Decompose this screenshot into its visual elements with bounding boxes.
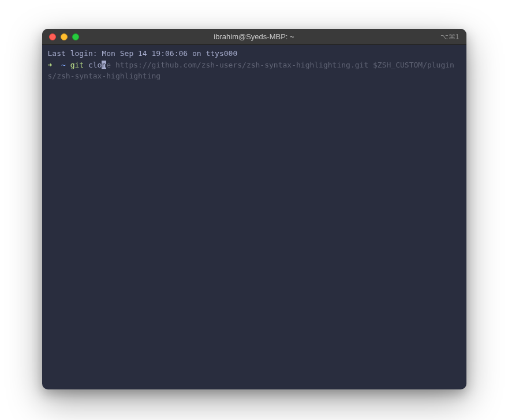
minimize-icon[interactable]	[61, 33, 68, 40]
window-title: ibrahim@Syeds-MBP: ~	[214, 32, 294, 41]
git-command: git	[70, 61, 84, 69]
tab-indicator: ⌥⌘1	[440, 33, 460, 41]
autosuggest-text: e https://github.com/zsh-users/zsh-synta…	[48, 61, 454, 81]
close-icon[interactable]	[49, 33, 56, 40]
title-bar[interactable]: ibrahim@Syeds-MBP: ~ ⌥⌘1	[42, 29, 466, 45]
terminal-window: ibrahim@Syeds-MBP: ~ ⌥⌘1 Last login: Mon…	[42, 29, 466, 389]
terminal-body[interactable]: Last login: Mon Sep 14 19:06:06 on ttys0…	[42, 45, 466, 389]
prompt-arrow-icon: ➜	[48, 61, 57, 69]
traffic-lights	[49, 33, 79, 40]
typed-text: clo	[84, 61, 102, 69]
prompt-line[interactable]: ➜ ~ git clone https://github.com/zsh-use…	[48, 59, 461, 82]
last-login-text: Last login: Mon Sep 14 19:06:06 on ttys0…	[48, 48, 461, 59]
maximize-icon[interactable]	[72, 33, 79, 40]
prompt-cwd: ~	[57, 61, 70, 69]
